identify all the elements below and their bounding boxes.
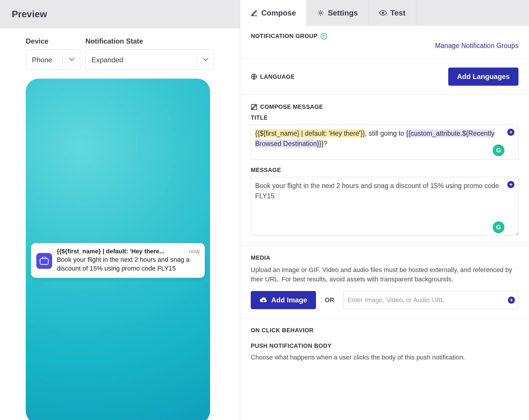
media-panel: MEDIA Upload an image or GIF. Video and … (240, 246, 529, 318)
tab-compose[interactable]: Compose (240, 0, 307, 26)
media-or-separator: OR (325, 296, 334, 304)
grammarly-icon[interactable]: G (493, 144, 504, 156)
tab-compose-label: Compose (261, 8, 296, 18)
svg-point-1 (320, 12, 322, 14)
app-icon (36, 253, 52, 269)
push-body-description: Choose what happens when a user clicks t… (251, 353, 518, 362)
edit-icon (251, 104, 257, 110)
preview-controls: Device Phone Notification State (26, 37, 214, 70)
message-input[interactable] (251, 177, 518, 235)
push-body-label: PUSH NOTIFICATION BODY (251, 342, 518, 349)
title-add-variable-button[interactable]: + (507, 129, 514, 136)
preview-title: Preview (12, 9, 228, 20)
grammarly-icon[interactable]: G (493, 221, 504, 233)
notification-time: now (189, 248, 200, 255)
tab-test[interactable]: Test (369, 0, 416, 26)
media-url-add-button[interactable]: + (508, 297, 515, 304)
eye-icon (379, 10, 387, 16)
tabs-spacer (416, 0, 529, 26)
media-label: MEDIA (251, 254, 518, 261)
gear-icon (317, 9, 324, 16)
preview-column: Preview Device Phone (0, 0, 240, 420)
message-field-label: MESSAGE (251, 167, 518, 173)
help-icon[interactable]: ? (321, 33, 327, 39)
media-url-input[interactable] (343, 291, 518, 309)
compose-message-panel: COMPOSE MESSAGE TITLE {{${first_name} | … (240, 95, 529, 246)
globe-icon (251, 73, 257, 80)
manage-notification-groups-link[interactable]: Manage Notification Groups (435, 42, 518, 49)
notification-title: {{${first_name} | default: 'Hey there... (57, 248, 164, 255)
cloud-upload-icon (260, 297, 268, 303)
tab-settings-label: Settings (328, 8, 358, 18)
notification-state-select[interactable]: Expanded (85, 49, 214, 70)
device-control: Device Phone (26, 37, 80, 70)
on-click-label: ON CLICK BEHAVIOR (251, 327, 518, 334)
title-input[interactable]: {{${first_name} | default: 'Hey there'}}… (251, 125, 518, 160)
message-add-variable-button[interactable]: + (507, 181, 514, 188)
tabs-bar: Compose Settings Test (240, 0, 529, 26)
compose-message-label: COMPOSE MESSAGE (251, 104, 518, 110)
add-image-button[interactable]: Add Image (251, 291, 316, 309)
device-label: Device (26, 37, 80, 45)
pencil-icon (251, 9, 258, 16)
compose-column: Compose Settings Test NOTIFICATION GROUP (240, 0, 529, 420)
tab-test-label: Test (390, 8, 406, 18)
title-field-label: TITLE (251, 114, 518, 121)
phone-preview-frame: {{${first_name} | default: 'Hey there...… (26, 79, 210, 420)
notification-card: {{${first_name} | default: 'Hey there...… (31, 243, 205, 278)
notification-body: Book your flight in the next 2 hours and… (57, 255, 200, 273)
tab-settings[interactable]: Settings (307, 0, 369, 26)
add-languages-button[interactable]: Add Languages (448, 68, 518, 86)
media-description: Upload an image or GIF. Video and audio … (251, 265, 518, 284)
device-select[interactable]: Phone (26, 49, 80, 70)
preview-header: Preview (0, 0, 240, 28)
notification-state-control: Notification State Expanded (85, 37, 214, 70)
notification-group-panel: NOTIFICATION GROUP ? Manage Notification… (240, 26, 529, 59)
notification-state-label: Notification State (85, 37, 214, 45)
svg-point-2 (382, 12, 384, 14)
notification-group-label: NOTIFICATION GROUP ? (251, 33, 327, 39)
language-panel: LANGUAGE Add Languages (240, 59, 529, 95)
svg-rect-0 (40, 259, 48, 264)
language-label: LANGUAGE (251, 73, 295, 80)
on-click-panel: ON CLICK BEHAVIOR PUSH NOTIFICATION BODY… (240, 318, 529, 371)
